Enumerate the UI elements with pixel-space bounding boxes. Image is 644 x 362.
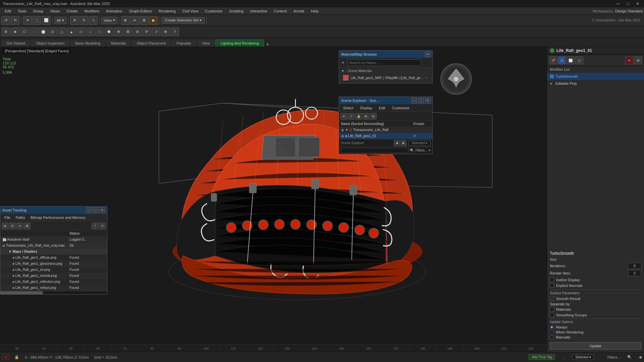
list-item[interactable]: ◉ ▼ ⬡ Transoceanic_Life_Raft [339,127,432,133]
tb2-btn-9[interactable]: ◇ [76,27,85,36]
menu-arnold[interactable]: Arnold [290,8,308,14]
list-item[interactable]: ◈ Transoceanic_Life_Raft_max_vray.max Ok [0,243,107,249]
tab-view[interactable]: View [197,40,215,47]
asset-minimize-btn[interactable]: — [86,207,92,213]
menu-help[interactable]: Help [308,8,322,14]
scene-search-icon[interactable]: 🔍 [410,148,414,152]
menu-customize[interactable]: Customize [202,8,226,14]
scene-tb-filter[interactable]: ▽ [348,113,355,120]
undo-btn[interactable]: ↺ [1,16,10,25]
tb2-btn-13[interactable]: ⊕ [114,27,123,36]
status-nav-icon[interactable]: ◀ [639,355,641,359]
menu-graph-editors[interactable]: Graph Editors [126,8,155,14]
tb2-btn-16[interactable]: ⟳ [142,27,151,36]
asset-toolbar-btn-2[interactable]: ⊟ [9,223,16,229]
asset-menu-file[interactable]: File [2,215,13,220]
tb2-btn-7[interactable]: △ [58,27,66,36]
scene-titlebar-buttons[interactable]: — □ ✕ [412,98,430,103]
tb2-btn-6[interactable]: ◎ [48,27,57,36]
ts-update-always-radio[interactable] [550,325,554,329]
scene-nav-forward[interactable]: ▶ [400,140,407,146]
tb2-btn-15[interactable]: ⊘ [133,27,142,36]
scene-explorer-titlebar[interactable]: Scene Explorer - Sce... — □ ✕ [339,97,432,104]
tb2-btn-10[interactable]: ○ [86,27,95,36]
mod-config-btn[interactable]: ⚙ [634,56,642,64]
list-item[interactable]: ■ Life_Raft_geo1_normal.png Found [0,273,107,279]
update-button[interactable]: Update [550,342,641,350]
asset-toolbar-btn-1[interactable]: ⊞ [2,223,8,229]
maximize-btn[interactable]: □ [625,1,631,6]
scene-menu-edit[interactable]: Edit [376,105,388,111]
menu-animation[interactable]: Animation [103,8,126,14]
status-selected-dropdown[interactable]: Selected ▾ [572,354,594,360]
tb2-btn-8[interactable]: ▲ [67,27,76,36]
tb2-btn-17[interactable]: ⤢ [152,27,160,36]
menu-scripting[interactable]: Scripting [226,8,247,14]
asset-scrollbar-thumb[interactable] [0,291,43,294]
asset-titlebar-buttons[interactable]: — □ ✕ [86,207,105,213]
scene-col-name[interactable]: Name (Sorted Descending) [339,121,411,127]
tab-materials[interactable]: Materials [106,40,131,47]
scene-search-field[interactable] [341,148,409,153]
menu-content[interactable]: Content [271,8,290,14]
asset-menu-paths[interactable]: Paths [13,215,28,220]
tb2-btn-3[interactable]: ⬡ [20,27,29,36]
tb2-btn-12[interactable]: ⬟ [105,27,113,36]
list-item[interactable]: Life_Raft_geo1_MAT ( VRayMtl ) [Life_Raf… [341,74,430,82]
select-obj-btn[interactable]: ✦ [23,16,32,25]
select-scale-btn[interactable]: ⤡ [89,16,98,25]
status-timeline-btn[interactable]: Add Time Tag [529,354,555,360]
asset-toolbar-btn-3[interactable]: ≡ [16,223,23,229]
scene-tb-lock[interactable]: 🔒 [355,113,362,120]
ts-update-manually-radio[interactable] [550,335,554,339]
tb2-btn-19[interactable]: ? [170,27,179,36]
close-btn[interactable]: ✕ [634,1,641,6]
modifier-editpoly-expand[interactable]: ► [550,81,553,85]
object-color-swatch[interactable] [550,48,554,53]
tab-dropdown-btn[interactable]: ▾ [267,42,269,47]
tb2-btn-2[interactable]: ◈ [11,27,19,36]
menu-tools[interactable]: Tools [14,8,30,14]
filters-label[interactable]: Filters... [415,148,427,152]
scene-minimize-btn[interactable]: — [412,98,417,103]
scene-menu-display[interactable]: Display [358,105,375,111]
scene-tb-search[interactable]: ✕ [340,113,347,120]
minimize-btn[interactable]: — [614,1,622,6]
mat-titlebar-buttons[interactable]: ✕ [425,52,430,57]
scene-selected-dropdown[interactable]: Selected ▾ [409,140,430,146]
mod-show-gizmo-btn[interactable]: ⬜ [567,56,575,64]
select-window-btn[interactable]: ⬜ [42,16,51,25]
tab-populate[interactable]: Populate [171,40,196,47]
asset-toolbar-btn-4[interactable]: ⊠ [24,223,31,229]
tab-basic-modeling[interactable]: Basic Modeling [70,40,105,47]
asset-menu-bitmap[interactable]: Bitmap Performance and Memory [28,215,88,220]
quick-render-btn[interactable]: ▶ [149,16,158,25]
select-region-btn[interactable]: ⬚ [33,16,41,25]
list-item[interactable]: ■ Life_Raft_geo1_reflection.png Found [0,279,107,285]
scene-close-btn[interactable]: ✕ [425,98,430,103]
menu-edit[interactable]: Edit [1,8,14,14]
tb2-btn-1[interactable]: ⊛ [1,27,10,36]
scene-tb-expand[interactable]: ⊞ [363,113,369,120]
tab-get-started[interactable]: Get Started [1,40,30,47]
mod-show-result-btn[interactable]: ☑ [558,56,566,64]
list-item[interactable]: 🏢 Autodesk Vault Logged O... [0,237,107,243]
tb2-btn-18[interactable]: ⊗ [161,27,170,36]
menu-create[interactable]: Create [63,8,81,14]
list-item[interactable]: ■ Life_Raft_geo1_ior.png Found [0,267,107,273]
asset-maximize-btn[interactable]: □ [93,207,98,213]
list-item[interactable]: ◉ ■ Life_Raft_geo1_01 ✛ [339,133,432,139]
menu-interactive[interactable]: Interactive [247,8,271,14]
ts-smoothing-groups-checkbox[interactable] [550,313,554,317]
status-filter-icon[interactable]: 🔍 [627,355,632,359]
redo-btn[interactable]: ↻ [11,16,19,25]
scene-nav-back[interactable]: ◀ [394,140,400,146]
ts-render-iters-input[interactable] [628,270,641,276]
menu-civil-view[interactable]: Civil View [179,8,202,14]
tb2-btn-11[interactable]: □ [95,27,104,36]
menu-rendering[interactable]: Rendering [155,8,179,14]
scene-maximize-btn[interactable]: □ [418,98,424,103]
tb2-btn-14[interactable]: ⊞ [123,27,132,36]
scene-tb-collapse[interactable]: ⊟ [370,113,377,120]
viewport-3d[interactable]: [Perspective] [Standard] [Edged Faces] T… [0,47,547,352]
